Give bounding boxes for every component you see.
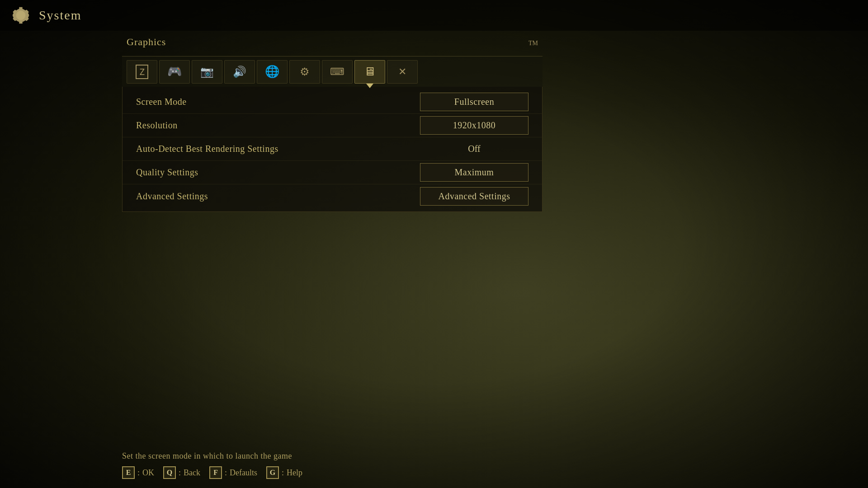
tab-network[interactable]: ⚙ (289, 60, 320, 84)
main-panel: Graphics Z 🎮 📷 🔊 🌐 (122, 36, 542, 434)
advanced-label: Advanced Settings (136, 191, 420, 202)
active-tab-indicator (366, 84, 373, 88)
key-g-badge: G (266, 466, 279, 479)
tab-controller[interactable]: 🎮 (159, 60, 190, 84)
key-g-action: : (282, 468, 284, 478)
camera-icon: 📷 (200, 66, 214, 78)
key-q-badge: Q (163, 466, 176, 479)
quality-label: Quality Settings (136, 167, 420, 178)
key-g-label: Help (287, 468, 302, 478)
quality-button[interactable]: Maximum (420, 163, 528, 182)
trademark: TM (528, 40, 538, 47)
tab-camera[interactable]: 📷 (192, 60, 222, 84)
sound-icon: 🔊 (233, 66, 246, 78)
tab-keyboard-z[interactable]: Z (127, 60, 157, 84)
resolution-value: 868x488 (420, 116, 528, 135)
gear-icon (9, 4, 33, 27)
settings-area: Screen Mode Fullscreen Resolution 1920x1… (122, 87, 542, 212)
bottom-bar: Set the screen mode in which to launch t… (122, 451, 868, 479)
key-hint-defaults: F : Defaults (209, 466, 257, 479)
setting-row-advanced: Advanced Settings Advanced Settings (123, 184, 542, 208)
setting-row-screen-mode: Screen Mode Fullscreen (123, 90, 542, 114)
auto-detect-value: Off (420, 144, 528, 154)
screen-mode-label: Screen Mode (136, 97, 420, 107)
key-q-label: Back (184, 468, 200, 478)
tab-hud[interactable]: ⌨ (322, 60, 353, 84)
auto-detect-text: Off (468, 144, 480, 154)
tab-close[interactable]: ✕ (387, 60, 418, 84)
setting-row-resolution: Resolution 868x488 (123, 114, 542, 137)
tab-sound[interactable]: 🔊 (224, 60, 255, 84)
resolution-label: Resolution (136, 120, 420, 131)
key-f-label: Defaults (230, 468, 257, 478)
controller-icon: 🎮 (167, 65, 182, 79)
key-f-action: : (225, 468, 227, 478)
header: System (0, 0, 868, 31)
setting-row-auto-detect: Auto-Detect Best Rendering Settings Off (123, 137, 542, 161)
section-label: Graphics (122, 36, 542, 48)
advanced-value: Advanced Settings (420, 187, 528, 206)
key-e-label: OK (142, 468, 154, 478)
key-e-badge: E (122, 466, 135, 479)
quality-value: Maximum (420, 163, 528, 182)
key-q-action: : (179, 468, 181, 478)
screen-mode-value: Fullscreen (420, 93, 528, 111)
tab-language[interactable]: 🌐 (257, 60, 288, 84)
resolution-button[interactable]: 868x488 (420, 116, 528, 135)
key-e-action: : (137, 468, 140, 478)
page-title: System (39, 8, 81, 23)
key-hint-ok: E : OK (122, 466, 154, 479)
key-hints: E : OK Q : Back F : Defaults G : Help (122, 466, 868, 479)
close-icon: ✕ (398, 66, 406, 78)
display-icon: 🖥 (364, 65, 376, 79)
key-hint-help: G : Help (266, 466, 302, 479)
tab-bar: Z 🎮 📷 🔊 🌐 ⚙ ⌨ (122, 56, 542, 87)
key-hint-back: Q : Back (163, 466, 200, 479)
tab-display[interactable]: 🖥 (354, 60, 385, 84)
screen-mode-button[interactable]: Fullscreen (420, 93, 528, 111)
hint-description: Set the screen mode in which to launch t… (122, 451, 868, 461)
auto-detect-label: Auto-Detect Best Rendering Settings (136, 144, 420, 154)
advanced-settings-button[interactable]: Advanced Settings (420, 187, 528, 206)
setting-row-quality: Quality Settings Maximum (123, 161, 542, 184)
key-f-badge: F (209, 466, 222, 479)
language-icon: 🌐 (265, 65, 279, 79)
keyboard-z-icon: Z (136, 65, 148, 79)
network-icon: ⚙ (300, 66, 310, 78)
hud-icon: ⌨ (330, 66, 344, 78)
